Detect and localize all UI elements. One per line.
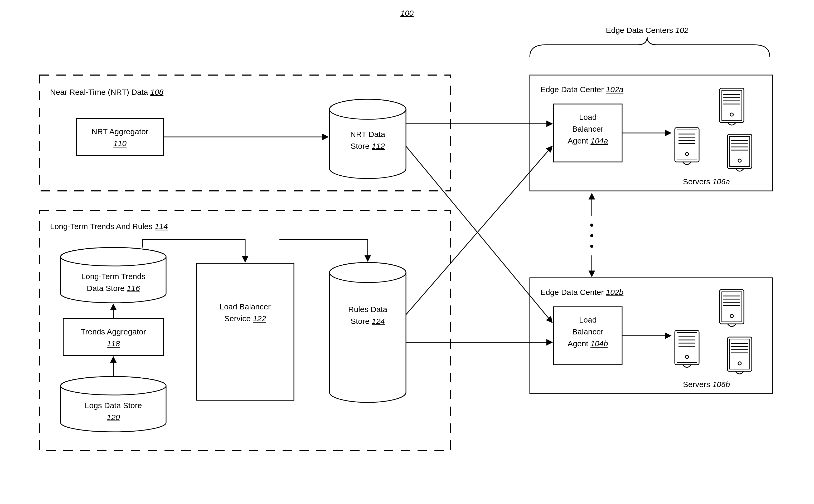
lb-service-l2: Service 122 xyxy=(224,314,266,323)
diagram-root: 100 Near Real-Time (NRT) Data 108 NRT Ag… xyxy=(0,0,814,504)
edge-group-title: Edge Data Centers 102 xyxy=(606,26,689,34)
server-icon xyxy=(675,128,699,165)
server-icon xyxy=(675,330,699,367)
svg-text:Balancer: Balancer xyxy=(572,125,603,133)
nrt-aggregator-box xyxy=(76,118,163,155)
svg-text:Data Store  116: Data Store 116 xyxy=(87,284,140,293)
svg-text:Load: Load xyxy=(579,113,597,121)
svg-text:Store  112: Store 112 xyxy=(351,142,385,150)
trends-aggregator-num: 118 xyxy=(107,339,120,348)
figure-number: 100 xyxy=(400,9,414,17)
svg-point-16 xyxy=(61,377,166,395)
lb-service-l1: Load Balancer xyxy=(220,302,271,311)
server-icon xyxy=(728,337,752,374)
svg-text:Agent  104b: Agent 104b xyxy=(567,339,608,348)
server-icon xyxy=(728,134,752,171)
svg-text:Rules Data: Rules Data xyxy=(348,305,388,314)
trends-aggregator-label: Trends Aggregator xyxy=(81,327,146,336)
svg-text:Long-Term Trends: Long-Term Trends xyxy=(81,272,145,281)
logs-data-store: Logs Data Store 120 xyxy=(61,377,166,432)
svg-text:Store  124: Store 124 xyxy=(351,317,385,325)
edge-dc-b-title: Edge Data Center 102b xyxy=(540,288,624,297)
svg-point-12 xyxy=(61,248,166,266)
edge-dc-b-servers: Servers 106b xyxy=(683,380,730,389)
edge-dc-a-servers: Servers 106a xyxy=(683,177,730,186)
nrt-data-store: NRT Data Store 112 xyxy=(330,99,406,179)
trends-aggregator-box xyxy=(63,319,163,355)
ellipsis-dot xyxy=(590,224,593,227)
nrt-aggregator-label: NRT Aggregator xyxy=(91,127,148,136)
svg-text:Logs Data Store: Logs Data Store xyxy=(85,401,142,410)
server-icon xyxy=(720,290,744,327)
server-icon xyxy=(720,88,744,125)
svg-text:NRT Data: NRT Data xyxy=(350,130,385,139)
svg-text:Balancer: Balancer xyxy=(572,327,603,336)
lt-trends-store: Long-Term Trends Data Store 116 xyxy=(61,248,166,303)
edge-brace xyxy=(530,37,770,57)
ellipsis-dot xyxy=(590,245,593,248)
lt-title: Long-Term Trends And Rules 114 xyxy=(50,222,168,231)
arrow-lbservice-to-rules xyxy=(280,240,368,261)
nrt-title: Near Real-Time (NRT) Data 108 xyxy=(50,88,163,96)
svg-text:Load: Load xyxy=(579,315,597,324)
lb-service-box xyxy=(196,263,294,400)
svg-text:Agent  104a: Agent 104a xyxy=(567,136,608,145)
nrt-aggregator-num: 110 xyxy=(113,139,126,148)
rules-data-store: Rules Data Store 124 xyxy=(330,263,406,402)
svg-point-20 xyxy=(330,263,406,283)
edge-dc-a-title: Edge Data Center 102a xyxy=(540,85,624,94)
ellipsis-dot xyxy=(590,234,593,237)
svg-point-8 xyxy=(330,99,406,119)
svg-text:120: 120 xyxy=(107,413,120,422)
